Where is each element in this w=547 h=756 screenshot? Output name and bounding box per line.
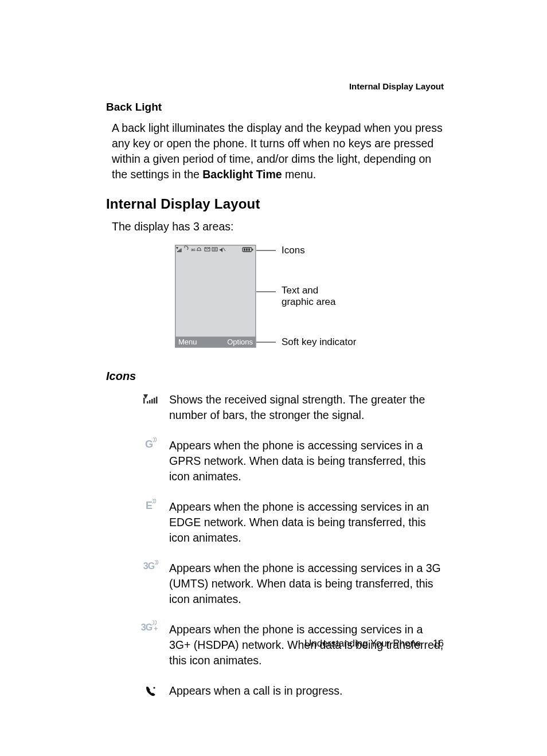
list-item: Shows the received signal strength. The … (138, 392, 444, 423)
diagram-label-icons: Icons (282, 245, 305, 256)
diagram: 3G (175, 245, 444, 354)
page: Internal Display Layout Back Light A bac… (0, 0, 547, 756)
icon-description: Appears when the phone is accessing serv… (169, 499, 444, 546)
paragraph-back-light: A back light illuminates the display and… (112, 120, 444, 182)
svg-rect-15 (244, 249, 245, 251)
diagram-label-text-area-2: graphic area (282, 296, 336, 307)
svg-rect-3 (178, 250, 179, 253)
list-item: Appears when a call is in progress. (138, 683, 444, 699)
svg-rect-2 (177, 251, 178, 252)
svg-rect-4 (179, 249, 181, 252)
running-head: Internal Display Layout (349, 81, 444, 91)
page-footer: Understanding Your Phone 16 (304, 638, 444, 649)
text-bold-backlight-time: Backlight Time (202, 168, 282, 181)
paragraph-display-areas: The display has 3 areas: (112, 219, 444, 234)
display-layout-diagram: 3G (175, 245, 404, 354)
svg-rect-14 (252, 249, 253, 250)
icon-description: Appears when the phone is accessing serv… (169, 561, 444, 607)
svg-rect-17 (248, 249, 250, 251)
svg-rect-16 (246, 249, 248, 251)
signal-strength-icon (138, 392, 163, 406)
call-in-progress-icon (138, 683, 163, 698)
icon-description: Shows the received signal strength. The … (169, 392, 444, 423)
diagram-menu-text: Menu (178, 338, 197, 346)
list-item: E⟯⟯ Appears when the phone is accessing … (138, 499, 444, 546)
svg-rect-23 (147, 401, 149, 404)
list-item: 3G⟯⟯ Appears when the phone is accessing… (138, 561, 444, 607)
edge-icon: E⟯⟯ (138, 499, 163, 511)
diagram-label-softkey: Soft key indicator (282, 336, 357, 347)
svg-text:3G: 3G (191, 248, 196, 252)
svg-point-28 (153, 687, 155, 688)
list-item: G⟯⟯ Appears when the phone is accessing … (138, 438, 444, 484)
footer-page-number: 16 (433, 638, 444, 649)
heading-back-light: Back Light (106, 101, 444, 113)
heading-icons: Icons (106, 370, 444, 383)
svg-rect-5 (181, 249, 182, 253)
diagram-label-text-area-1: Text and (282, 285, 318, 296)
heading-internal-display-layout: Internal Display Layout (106, 196, 444, 212)
svg-point-6 (184, 247, 185, 248)
icon-description: Appears when a call is in progress. (169, 683, 342, 699)
text-run: menu. (282, 168, 317, 181)
svg-rect-24 (149, 400, 151, 404)
3g-plus-icon: 3G⟯⟯+ (138, 622, 163, 632)
svg-rect-22 (143, 398, 145, 404)
svg-rect-27 (156, 397, 158, 404)
icon-description: Appears when the phone is accessing serv… (169, 438, 444, 484)
gprs-icon: G⟯⟯ (138, 438, 163, 449)
3g-icon: 3G⟯⟯ (138, 561, 163, 571)
diagram-options-text: Options (227, 338, 253, 346)
svg-rect-26 (154, 398, 155, 404)
svg-rect-0 (175, 245, 256, 347)
icon-list: Shows the received signal strength. The … (138, 392, 444, 699)
footer-chapter: Understanding Your Phone (304, 638, 421, 649)
svg-rect-25 (151, 399, 153, 404)
